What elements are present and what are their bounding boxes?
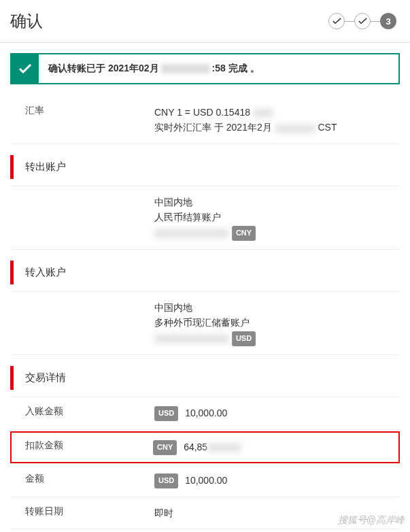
redacted-text xyxy=(154,334,229,344)
currency-badge-cny: CNY xyxy=(232,226,256,241)
redacted-text xyxy=(207,443,241,452)
success-alert: 确认转账已于 2021年02月 :58 完成 。 xyxy=(10,53,400,84)
redacted-text xyxy=(275,124,315,133)
currency-badge-cny: CNY xyxy=(153,440,177,455)
currency-badge-usd: USD xyxy=(232,331,256,346)
credit-amount-value: USD 10,000.00 xyxy=(154,405,394,421)
from-type: 人民币结算账户 xyxy=(154,210,394,225)
page-title: 确认 xyxy=(10,10,43,32)
step-connector xyxy=(371,21,380,22)
from-account-details: 中国内地 人民币结算账户 CNY xyxy=(154,195,394,241)
step-3-current: 3 xyxy=(380,13,396,29)
currency-badge-usd: USD xyxy=(154,473,178,488)
alert-message: 确认转账已于 2021年02月 :58 完成 。 xyxy=(39,54,269,83)
step-1-done xyxy=(328,13,345,29)
check-icon xyxy=(12,54,39,83)
redacted-text xyxy=(253,108,273,118)
debit-amount-label: 扣款金额 xyxy=(25,439,153,455)
exchange-rate-label: 汇率 xyxy=(25,105,154,135)
amount-value: USD 10,000.00 xyxy=(154,473,394,488)
amount-value-text: 10,000.00 xyxy=(185,475,227,486)
transaction-details-head: 交易详情 xyxy=(10,359,400,397)
redacted-text xyxy=(161,64,210,73)
credit-amount-label: 入账金额 xyxy=(25,405,154,421)
transfer-date-label: 转账日期 xyxy=(25,505,154,520)
debit-amount-value: CNY 64,85 xyxy=(153,439,393,455)
to-account-details: 中国内地 多种外币现汇储蓄账户 USD xyxy=(154,300,394,346)
rate-note-suffix: CST xyxy=(318,122,337,133)
step-2-done xyxy=(354,13,371,29)
step-indicator: 3 xyxy=(328,13,396,29)
exchange-rate-value: CNY 1 = USD 0.15418 实时外汇汇率 于 2021年2月 CST xyxy=(154,105,394,135)
to-region: 中国内地 xyxy=(154,300,394,315)
step-connector xyxy=(345,21,354,22)
alert-prefix: 确认转账已于 2021年02月 xyxy=(48,63,159,75)
transfer-date-value: 即时 xyxy=(154,505,394,520)
to-type: 多种外币现汇储蓄账户 xyxy=(154,315,394,330)
debit-value-text: 64,85 xyxy=(184,442,207,452)
alert-suffix: :58 完成 。 xyxy=(212,63,260,75)
to-account-head: 转入账户 xyxy=(10,254,400,292)
from-account-head: 转出账户 xyxy=(10,148,400,186)
debit-amount-highlighted: 扣款金额 CNY 64,85 xyxy=(10,431,400,463)
currency-badge-usd: USD xyxy=(154,406,178,421)
rate-note-prefix: 实时外汇汇率 于 2021年2月 xyxy=(154,122,272,133)
from-region: 中国内地 xyxy=(154,195,394,210)
amount-label: 金额 xyxy=(25,473,154,488)
credit-value-text: 10,000.00 xyxy=(185,408,227,418)
redacted-text xyxy=(154,229,229,238)
rate-text: CNY 1 = USD 0.15418 xyxy=(154,107,250,118)
